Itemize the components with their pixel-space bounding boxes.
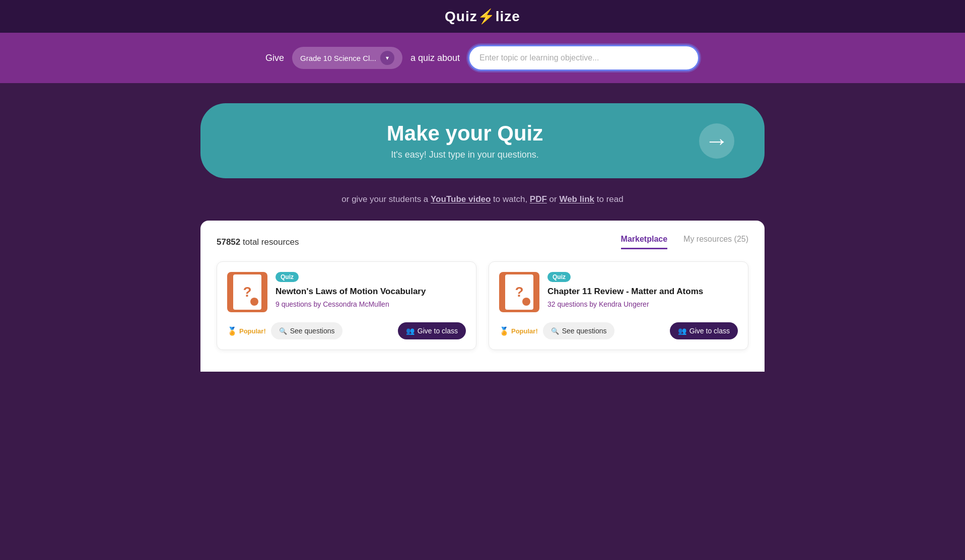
group-icon-2: 👥 <box>678 327 686 335</box>
youtube-video-link[interactable]: YouTube video <box>431 194 491 204</box>
give-to-class-button-1[interactable]: 👥 Give to class <box>398 322 466 339</box>
logo-prefix: Quiz <box>445 9 477 24</box>
card-actions-2: 🏅 Popular! 🔍 See questions 👥 Give to cla… <box>499 322 738 339</box>
make-quiz-banner[interactable]: Make your Quiz It's easy! Just type in y… <box>200 103 765 178</box>
search-icon-1: 🔍 <box>279 327 287 335</box>
class-selector-label: Grade 10 Science Cl... <box>300 54 376 62</box>
search-icon-2: 🔍 <box>551 327 559 335</box>
thumbnail-inner-1: ? <box>233 274 261 310</box>
tab-marketplace[interactable]: Marketplace <box>621 235 668 249</box>
or-give-text: or give your students a YouTube video to… <box>200 194 765 204</box>
banner-text-area: Make your Quiz It's easy! Just type in y… <box>231 121 699 160</box>
quiz-card-1: ? Quiz Newton's Laws of Motion Vocabular… <box>217 261 476 350</box>
card-info-2: Quiz Chapter 11 Review - Matter and Atom… <box>547 272 738 308</box>
card-actions-1: 🏅 Popular! 🔍 See questions 👥 Give to cla… <box>227 322 466 339</box>
pdf-link[interactable]: PDF <box>530 194 547 204</box>
search-section: Give Grade 10 Science Cl... ▾ a quiz abo… <box>0 33 965 83</box>
about-label: a quiz about <box>410 53 460 63</box>
give-to-class-button-2[interactable]: 👥 Give to class <box>670 322 738 339</box>
card-meta-1: 9 questions by Cessondra McMullen <box>275 300 466 308</box>
topic-input[interactable] <box>468 45 700 71</box>
banner-subtitle: It's easy! Just type in your questions. <box>231 150 699 160</box>
group-icon-1: 👥 <box>406 327 415 335</box>
main-content: Make your Quiz It's easy! Just type in y… <box>190 83 775 372</box>
card-top-1: ? Quiz Newton's Laws of Motion Vocabular… <box>227 272 466 312</box>
see-questions-button-1[interactable]: 🔍 See questions <box>271 322 343 339</box>
star-icon-1: 🏅 <box>227 326 237 336</box>
card-badge-2: Quiz <box>547 272 571 282</box>
resources-header: 57852 total resources Marketplace My res… <box>217 235 748 249</box>
logo-lightning: ⚡ <box>477 8 496 25</box>
card-thumbnail-2: ? <box>499 272 539 312</box>
banner-arrow-icon: → <box>699 123 734 159</box>
banner-title: Make your Quiz <box>231 121 699 146</box>
web-link-link[interactable]: Web link <box>559 194 594 204</box>
tab-my-resources[interactable]: My resources (25) <box>683 235 748 249</box>
class-selector-button[interactable]: Grade 10 Science Cl... ▾ <box>292 47 402 69</box>
see-questions-button-2[interactable]: 🔍 See questions <box>543 322 615 339</box>
card-meta-2: 32 questions by Kendra Ungerer <box>547 300 738 308</box>
header: Quiz⚡lize <box>0 0 965 33</box>
thumbnail-dot-1 <box>250 298 258 306</box>
resources-count: 57852 total resources <box>217 237 299 247</box>
card-thumbnail-1: ? <box>227 272 267 312</box>
card-title-1: Newton's Laws of Motion Vocabulary <box>275 286 466 297</box>
popular-badge-2: 🏅 Popular! <box>499 326 538 336</box>
chevron-down-icon: ▾ <box>380 51 394 65</box>
card-info-1: Quiz Newton's Laws of Motion Vocabulary … <box>275 272 466 308</box>
resources-tabs: Marketplace My resources (25) <box>621 235 748 249</box>
star-icon-2: 🏅 <box>499 326 509 336</box>
logo: Quiz⚡lize <box>445 8 520 25</box>
quiz-cards-grid: ? Quiz Newton's Laws of Motion Vocabular… <box>217 261 748 362</box>
card-top-2: ? Quiz Chapter 11 Review - Matter and At… <box>499 272 738 312</box>
give-label: Give <box>265 53 284 63</box>
card-title-2: Chapter 11 Review - Matter and Atoms <box>547 286 738 297</box>
popular-badge-1: 🏅 Popular! <box>227 326 266 336</box>
thumbnail-dot-2 <box>522 298 530 306</box>
card-badge-1: Quiz <box>275 272 299 282</box>
resources-section: 57852 total resources Marketplace My res… <box>200 221 765 372</box>
thumbnail-inner-2: ? <box>505 274 533 310</box>
quiz-card-2: ? Quiz Chapter 11 Review - Matter and At… <box>489 261 748 350</box>
logo-suffix: lize <box>496 9 520 24</box>
